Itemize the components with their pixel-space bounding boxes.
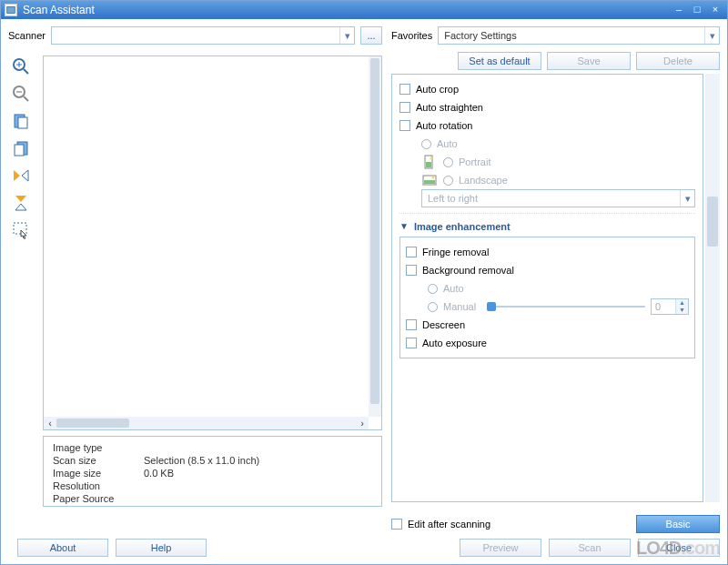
rotation-auto-radio[interactable] bbox=[421, 139, 431, 149]
auto-straighten-checkbox[interactable] bbox=[399, 102, 410, 113]
rotation-landscape-label: Landscape bbox=[459, 175, 508, 186]
portrait-icon bbox=[421, 154, 438, 170]
svg-rect-11 bbox=[15, 145, 24, 156]
svg-marker-13 bbox=[22, 170, 28, 181]
scanner-label: Scanner bbox=[8, 30, 46, 41]
info-key-image-size: Image size bbox=[53, 468, 144, 480]
title-bar: Scan Assistant – □ × bbox=[1, 1, 727, 19]
landscape-icon bbox=[421, 172, 438, 188]
minimize-button[interactable]: – bbox=[671, 4, 687, 16]
flip-vertical-icon[interactable] bbox=[10, 192, 32, 214]
maximize-button[interactable]: □ bbox=[689, 4, 705, 16]
bg-auto-label: Auto bbox=[443, 283, 464, 294]
svg-rect-21 bbox=[424, 180, 435, 184]
set-default-button[interactable]: Set as default bbox=[458, 52, 541, 70]
auto-rotation-label: Auto rotation bbox=[416, 120, 472, 131]
rotation-portrait-radio[interactable] bbox=[443, 157, 453, 167]
zoom-out-icon[interactable] bbox=[10, 83, 32, 105]
descreen-label: Descreen bbox=[422, 319, 465, 330]
bg-manual-label: Manual bbox=[443, 301, 485, 312]
scan-button[interactable]: Scan bbox=[549, 539, 631, 557]
info-key-scan-size: Scan size bbox=[53, 455, 144, 468]
svg-rect-0 bbox=[7, 7, 15, 14]
rotation-auto-label: Auto bbox=[437, 138, 458, 149]
scan-info-panel: Image type Scan sizeSelection (8.5 x 11.… bbox=[43, 436, 382, 507]
rotation-direction-select[interactable]: Left to right ▾ bbox=[421, 189, 695, 207]
edit-after-scanning-checkbox[interactable] bbox=[391, 519, 402, 530]
selection-icon[interactable] bbox=[10, 219, 32, 241]
spin-up-icon[interactable]: ▲ bbox=[676, 299, 688, 307]
svg-marker-15 bbox=[15, 204, 26, 210]
favorites-label: Favorites bbox=[391, 30, 432, 41]
background-removal-checkbox[interactable] bbox=[406, 265, 417, 276]
auto-rotation-checkbox[interactable] bbox=[399, 120, 410, 131]
spin-down-icon[interactable]: ▼ bbox=[676, 307, 688, 314]
favorites-value: Factory Settings bbox=[444, 30, 516, 41]
save-favorite-button[interactable]: Save bbox=[547, 52, 631, 70]
edit-after-scanning-label: Edit after scanning bbox=[408, 519, 490, 530]
bg-auto-radio[interactable] bbox=[428, 284, 438, 294]
descreen-checkbox[interactable] bbox=[406, 319, 417, 330]
svg-marker-12 bbox=[14, 170, 20, 181]
close-window-button[interactable]: × bbox=[707, 4, 723, 16]
scanner-browse-button[interactable]: ... bbox=[360, 26, 382, 45]
rotate-right-icon[interactable] bbox=[10, 137, 32, 159]
collapse-icon: ▼ bbox=[399, 221, 409, 231]
fringe-removal-checkbox[interactable] bbox=[406, 247, 417, 257]
chevron-down-icon: ▾ bbox=[680, 190, 694, 207]
auto-exposure-label: Auto exposure bbox=[422, 338, 487, 348]
chevron-down-icon: ▾ bbox=[339, 27, 354, 44]
options-panel: Auto crop Auto straighten Auto rotation … bbox=[391, 74, 703, 502]
bg-manual-slider[interactable] bbox=[490, 300, 645, 313]
chevron-down-icon: ▾ bbox=[704, 27, 719, 44]
image-enhancement-header[interactable]: ▼ Image enhancement bbox=[399, 213, 695, 233]
scanner-select[interactable]: ▾ bbox=[51, 26, 355, 45]
svg-point-19 bbox=[430, 157, 433, 160]
scroll-right-icon[interactable]: › bbox=[356, 418, 369, 429]
svg-point-22 bbox=[432, 177, 435, 179]
auto-crop-checkbox[interactable] bbox=[399, 84, 410, 95]
app-icon bbox=[5, 4, 17, 16]
preview-area[interactable]: ‹ › bbox=[43, 55, 382, 430]
flip-horizontal-icon[interactable] bbox=[10, 165, 32, 187]
svg-marker-14 bbox=[15, 196, 26, 202]
info-key-image-type: Image type bbox=[53, 442, 144, 455]
rotation-landscape-radio[interactable] bbox=[443, 176, 453, 186]
bg-manual-spin[interactable]: 0 ▲▼ bbox=[651, 298, 689, 315]
auto-exposure-checkbox[interactable] bbox=[406, 338, 417, 348]
preview-horizontal-scrollbar[interactable]: ‹ › bbox=[44, 417, 369, 429]
background-removal-label: Background removal bbox=[422, 265, 514, 276]
svg-rect-18 bbox=[426, 162, 431, 167]
auto-straighten-label: Auto straighten bbox=[416, 102, 483, 113]
bg-manual-value: 0 bbox=[652, 299, 675, 314]
preview-button[interactable]: Preview bbox=[460, 539, 541, 557]
scroll-left-icon[interactable]: ‹ bbox=[44, 418, 56, 429]
basic-mode-button[interactable]: Basic bbox=[636, 515, 720, 533]
info-key-resolution: Resolution bbox=[53, 480, 144, 493]
fringe-removal-label: Fringe removal bbox=[422, 247, 489, 257]
window-title: Scan Assistant bbox=[23, 4, 671, 16]
rotation-portrait-label: Portrait bbox=[459, 156, 490, 167]
watermark: LO4D.com bbox=[636, 538, 720, 559]
svg-line-2 bbox=[24, 69, 28, 74]
delete-favorite-button[interactable]: Delete bbox=[636, 52, 720, 70]
preview-toolbar bbox=[10, 55, 35, 241]
bg-manual-radio[interactable] bbox=[428, 302, 438, 312]
options-vertical-scrollbar[interactable] bbox=[705, 74, 720, 502]
info-val-image-size: 0.0 KB bbox=[144, 468, 174, 480]
svg-line-6 bbox=[24, 96, 28, 101]
svg-rect-16 bbox=[14, 223, 26, 234]
zoom-in-icon[interactable] bbox=[10, 55, 32, 77]
rotate-left-icon[interactable] bbox=[10, 110, 32, 132]
info-val-scan-size: Selection (8.5 x 11.0 inch) bbox=[144, 455, 259, 468]
preview-vertical-scrollbar[interactable] bbox=[369, 56, 381, 417]
svg-rect-9 bbox=[18, 117, 27, 128]
info-key-paper-source: Paper Source bbox=[53, 493, 144, 506]
favorites-select[interactable]: Factory Settings ▾ bbox=[438, 26, 720, 45]
rotation-direction-value: Left to right bbox=[428, 193, 478, 204]
image-enhancement-label: Image enhancement bbox=[414, 221, 511, 232]
about-button[interactable]: About bbox=[17, 539, 108, 557]
help-button[interactable]: Help bbox=[116, 539, 207, 557]
auto-crop-label: Auto crop bbox=[416, 84, 459, 95]
